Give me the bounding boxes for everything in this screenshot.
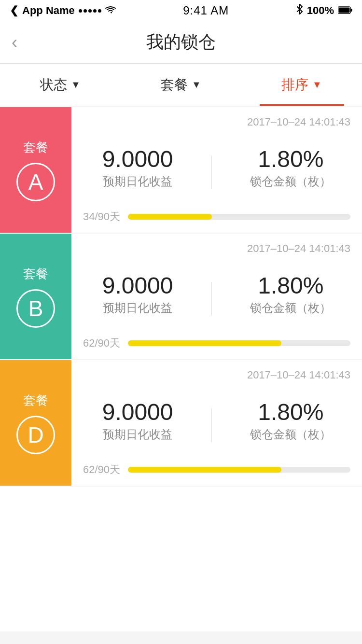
filter-package-arrow-icon: ▼ xyxy=(192,79,201,90)
stat-block-value: 9.0000 预期日化收益 xyxy=(102,274,173,316)
progress-track xyxy=(128,340,350,346)
stat-block-value: 9.0000 预期日化收益 xyxy=(102,148,173,189)
status-time: 9:41 AM xyxy=(183,4,229,17)
status-left: ❮ App Name xyxy=(10,4,116,17)
filter-bar: 状态 ▼ 套餐 ▼ 排序 ▼ xyxy=(0,64,362,106)
signal-dots xyxy=(79,9,101,13)
stat-value-2: 1.80% xyxy=(258,148,323,171)
card-right-panel: 2017–10–24 14:01:43 9.0000 预期日化收益 1.80% … xyxy=(71,107,362,233)
card-divider xyxy=(211,155,212,189)
card-timestamp: 2017–10–24 14:01:43 xyxy=(83,369,350,381)
stat-block-value: 9.0000 预期日化收益 xyxy=(102,401,173,442)
card-divider xyxy=(211,408,212,442)
nav-bar: ‹ 我的锁仓 xyxy=(0,21,362,64)
card-stats: 9.0000 预期日化收益 1.80% 锁仓金额（枚） xyxy=(83,401,350,442)
card-timestamp: 2017–10–24 14:01:43 xyxy=(83,116,350,128)
nav-title: 我的锁仓 xyxy=(146,30,216,54)
progress-fill xyxy=(128,467,281,473)
filter-status-label: 状态 xyxy=(40,76,67,94)
card-stats: 9.0000 预期日化收益 1.80% 锁仓金额（枚） xyxy=(83,274,350,316)
card-package-letter: B xyxy=(28,295,43,322)
card-package-label: 套餐 xyxy=(23,392,48,409)
svg-rect-2 xyxy=(338,8,349,13)
filter-package[interactable]: 套餐 ▼ xyxy=(121,64,241,106)
card-item[interactable]: 套餐 D 2017–10–24 14:01:43 9.0000 预期日化收益 1… xyxy=(0,360,362,486)
battery-icon xyxy=(338,4,352,17)
stat-label-1: 预期日化收益 xyxy=(103,300,172,316)
card-package-letter: D xyxy=(28,422,43,448)
progress-track xyxy=(128,214,350,220)
svg-rect-1 xyxy=(350,9,352,12)
card-package-label: 套餐 xyxy=(23,139,48,156)
card-package-circle: A xyxy=(16,163,55,201)
card-package-circle: D xyxy=(16,416,55,454)
card-item[interactable]: 套餐 A 2017–10–24 14:01:43 9.0000 预期日化收益 1… xyxy=(0,107,362,233)
card-right-panel: 2017–10–24 14:01:43 9.0000 预期日化收益 1.80% … xyxy=(71,360,362,486)
status-right: 100% xyxy=(296,4,352,17)
filter-sort-label: 排序 xyxy=(281,76,308,94)
stat-label-2: 锁仓金额（枚） xyxy=(250,174,331,189)
stat-label-1: 预期日化收益 xyxy=(103,174,172,189)
card-left-panel: 套餐 B xyxy=(0,234,71,359)
nav-back-button[interactable]: ‹ xyxy=(12,32,17,53)
card-list: 套餐 A 2017–10–24 14:01:43 9.0000 预期日化收益 1… xyxy=(0,107,362,486)
wifi-icon xyxy=(105,4,116,17)
stat-label-2: 锁仓金额（枚） xyxy=(250,300,331,316)
stat-label-2: 锁仓金额（枚） xyxy=(250,427,331,442)
card-right-panel: 2017–10–24 14:01:43 9.0000 预期日化收益 1.80% … xyxy=(71,234,362,359)
app-name: App Name xyxy=(22,4,75,17)
card-progress-row: 62/90天 xyxy=(83,462,350,477)
stat-block-percent: 1.80% 锁仓金额（枚） xyxy=(250,274,331,316)
stat-value-2: 1.80% xyxy=(258,274,323,297)
stat-value-1: 9.0000 xyxy=(102,401,173,424)
status-bar: ❮ App Name 9:41 AM 100% xyxy=(0,0,362,21)
card-progress-row: 62/90天 xyxy=(83,336,350,350)
card-timestamp: 2017–10–24 14:01:43 xyxy=(83,242,350,255)
stat-block-percent: 1.80% 锁仓金额（枚） xyxy=(250,148,331,189)
filter-sort-arrow-icon: ▼ xyxy=(312,79,322,90)
filter-sort[interactable]: 排序 ▼ xyxy=(241,64,362,106)
stat-value-2: 1.80% xyxy=(258,401,323,424)
card-package-label: 套餐 xyxy=(23,266,48,282)
battery-percentage: 100% xyxy=(307,4,334,17)
card-left-panel: 套餐 A xyxy=(0,107,71,233)
filter-package-label: 套餐 xyxy=(161,76,188,94)
bluetooth-icon xyxy=(296,4,303,17)
filter-status[interactable]: 状态 ▼ xyxy=(0,64,121,106)
progress-label: 34/90天 xyxy=(83,210,120,224)
card-item[interactable]: 套餐 B 2017–10–24 14:01:43 9.0000 预期日化收益 1… xyxy=(0,234,362,359)
stat-label-1: 预期日化收益 xyxy=(103,427,172,442)
progress-label: 62/90天 xyxy=(83,462,120,477)
filter-status-arrow-icon: ▼ xyxy=(71,79,81,90)
progress-label: 62/90天 xyxy=(83,336,120,350)
card-progress-row: 34/90天 xyxy=(83,210,350,224)
progress-fill xyxy=(128,214,212,220)
card-package-letter: A xyxy=(28,169,43,195)
stat-value-1: 9.0000 xyxy=(102,274,173,297)
card-package-circle: B xyxy=(16,289,55,328)
progress-fill xyxy=(128,340,281,346)
card-stats: 9.0000 预期日化收益 1.80% 锁仓金额（枚） xyxy=(83,148,350,189)
card-left-panel: 套餐 D xyxy=(0,360,71,486)
card-divider xyxy=(211,282,212,316)
stat-value-1: 9.0000 xyxy=(102,148,173,171)
back-chevron-icon: ❮ xyxy=(10,4,18,17)
bottom-area xyxy=(0,487,362,631)
progress-track xyxy=(128,467,350,473)
stat-block-percent: 1.80% 锁仓金额（枚） xyxy=(250,401,331,442)
